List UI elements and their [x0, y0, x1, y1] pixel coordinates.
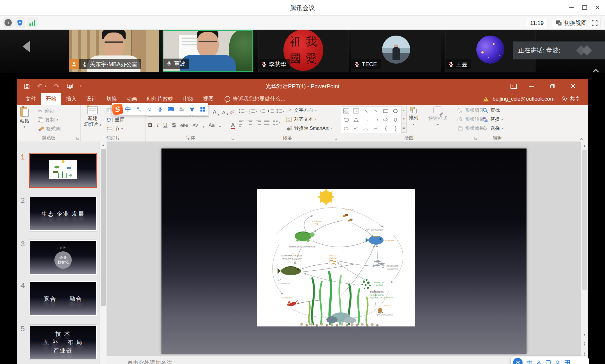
curve-shape[interactable] — [371, 124, 381, 133]
ime-person-button[interactable] — [536, 360, 542, 364]
rounded-rectangle-shape[interactable] — [341, 115, 351, 124]
grow-font-button[interactable]: A▲ — [213, 109, 220, 116]
scroll-left-arrow[interactable] — [22, 41, 30, 52]
minimize-button[interactable] — [566, 3, 577, 12]
underline-button[interactable]: U — [163, 122, 167, 128]
ppt-close-button[interactable]: ✕ — [566, 79, 580, 93]
numbering-button[interactable]: 123▾ — [249, 108, 257, 114]
align-left-button[interactable] — [239, 119, 245, 125]
thumbnail-scroll-up[interactable]: ▲ — [100, 142, 107, 148]
convert-smartart-button[interactable]: 转换为 SmartArt▾ — [286, 125, 332, 131]
down-arrow-shape[interactable] — [391, 115, 401, 124]
ppt-minimize-button[interactable] — [524, 79, 539, 93]
font-dialog-launcher[interactable] — [231, 137, 235, 140]
scroll-down-button[interactable]: ▼ — [581, 331, 588, 338]
fullscreen-button[interactable] — [589, 18, 601, 28]
quick-styles-button[interactable]: 快速样式▾ — [428, 106, 447, 127]
ribbon-display-options-button[interactable] — [506, 79, 521, 93]
rectangle-shape[interactable] — [381, 106, 391, 115]
scrollbar-thumb[interactable] — [582, 150, 587, 290]
right-brace-shape[interactable]: } — [391, 124, 401, 133]
slide-thumbnail-item[interactable]: 5 技 术互 补 布 局产业链 — [17, 324, 107, 360]
elbow-arrow-connector-shape[interactable] — [371, 115, 381, 124]
slide-thumbnail-item[interactable]: 1 — [17, 153, 107, 188]
reset-button[interactable]: 重置 — [107, 117, 124, 123]
shrink-font-button[interactable]: A▼ — [222, 110, 229, 116]
arrange-button[interactable]: 排列▾ — [409, 106, 418, 127]
align-center-button[interactable] — [247, 119, 253, 125]
change-case-button[interactable]: Aa — [209, 122, 215, 128]
tab-file[interactable]: 文件 — [21, 93, 41, 105]
case-dropdown[interactable]: ▾ — [219, 125, 221, 128]
ime-chinese-mode-button[interactable]: 中 — [527, 359, 532, 364]
sogou-logo-icon[interactable]: S — [513, 358, 523, 364]
ime-skin-button[interactable] — [187, 107, 197, 112]
line-shape[interactable] — [361, 106, 371, 115]
scribble-shape[interactable] — [351, 124, 361, 133]
new-slide-button[interactable]: 新建 幻灯片 ▾ — [84, 106, 101, 127]
clear-formatting-icon[interactable] — [229, 109, 235, 114]
ime-chinese-mode-button[interactable]: 中 — [123, 105, 133, 113]
video-thumbnail[interactable]: 关东宇-MBA办公室 — [69, 30, 159, 72]
vertical-textbox-shape[interactable]: A — [351, 106, 361, 115]
ime-punctuation-button[interactable]: °, — [133, 106, 144, 113]
ppt-restore-button[interactable] — [545, 79, 560, 93]
slide-thumbnail[interactable]: 〔 趋势 〕 企业数智化 — [29, 240, 97, 275]
tab-ribbon-2[interactable]: 插入 — [61, 93, 81, 105]
align-text-button[interactable]: 对齐文本▾ — [286, 116, 317, 122]
arrow-line-shape[interactable] — [371, 106, 381, 115]
notes-pane[interactable]: 单击此处添加备注 — [107, 355, 581, 364]
switch-view-button[interactable]: 切换视图 — [552, 18, 590, 28]
ime-grid-button[interactable] — [565, 360, 570, 364]
oval-shape[interactable] — [391, 106, 401, 115]
video-thumbnail[interactable]: TECE — [351, 30, 441, 72]
font-color-button[interactable]: A — [231, 122, 235, 128]
shapes-scroll-up[interactable]: ▲ — [401, 106, 407, 115]
drawing-dialog-launcher[interactable] — [474, 137, 477, 140]
spacing-dropdown[interactable]: ▾ — [203, 125, 204, 128]
slide-thumbnail-item[interactable]: 4 竞合 融合 — [17, 281, 107, 316]
tell-me-box[interactable]: 告诉我您想要做什么... — [225, 93, 285, 105]
triangle-shape[interactable] — [351, 115, 361, 124]
strikethrough-button[interactable]: abc — [180, 123, 188, 128]
video-thumbnail[interactable]: 祖我國愛 李慧华 — [258, 30, 348, 72]
slide-thumbnail-item[interactable]: 2 生态 企业 发展 — [17, 196, 107, 231]
slide-thumbnail[interactable] — [29, 153, 97, 188]
close-button[interactable]: ✕ — [592, 3, 603, 12]
account-email[interactable]: beijing_ccie@outlook.com — [493, 96, 555, 102]
italic-button[interactable]: I — [157, 121, 159, 128]
slide-thumbnail[interactable]: 技 术互 补 布 局产业链 — [29, 324, 97, 360]
select-button[interactable]: 选择▾ — [482, 125, 503, 131]
ime-emoji-button[interactable]: ☺ — [144, 106, 155, 113]
thumbnail-scroll-thumb[interactable] — [101, 149, 106, 306]
justify-button[interactable] — [264, 119, 270, 125]
ime-keyboard-button[interactable] — [165, 107, 176, 112]
cut-button[interactable]: ✂ 剪切 — [38, 108, 54, 114]
columns-button[interactable]: ▾ — [273, 119, 280, 125]
text-shadow-button[interactable]: S — [172, 122, 176, 128]
paste-button[interactable]: 粘贴▼ — [20, 106, 29, 128]
decrease-indent-button[interactable] — [260, 108, 265, 114]
slide-thumbnail[interactable]: 竞合 融合 — [29, 281, 97, 316]
left-brace-shape[interactable]: { — [381, 124, 391, 133]
collapse-ribbon-button[interactable] — [579, 138, 584, 140]
find-button[interactable]: 查找 — [482, 107, 500, 113]
increase-indent-button[interactable] — [268, 108, 274, 114]
section-button[interactable]: ✱ 节▾ — [107, 126, 123, 132]
arc-shape[interactable] — [361, 124, 371, 133]
freeform-shape[interactable] — [341, 124, 351, 133]
ime-voice-button[interactable] — [155, 106, 165, 112]
ime-lexicon-button[interactable]: 12 — [176, 106, 187, 112]
slide-thumbnail-item[interactable]: 3 〔 趋势 〕 企业数智化 — [17, 240, 107, 275]
shapes-scroll-down[interactable]: ▼ — [401, 115, 407, 124]
format-painter-button[interactable]: 格式刷 — [38, 126, 61, 132]
maximize-button[interactable] — [579, 3, 590, 12]
ime-toolbox-button[interactable] — [197, 107, 208, 112]
vertical-scrollbar[interactable]: ▲ ▼ ∧∧ ∨∨ — [581, 142, 588, 364]
text-direction-button[interactable]: A 文字方向▾ — [286, 107, 317, 113]
character-spacing-button[interactable]: AV — [193, 123, 198, 128]
collapse-strip-chevron[interactable] — [593, 69, 599, 73]
video-thumbnail[interactable]: 董波 — [163, 30, 253, 72]
meeting-info-button[interactable]: i — [3, 17, 13, 28]
textbox-shape[interactable]: A — [341, 106, 351, 115]
